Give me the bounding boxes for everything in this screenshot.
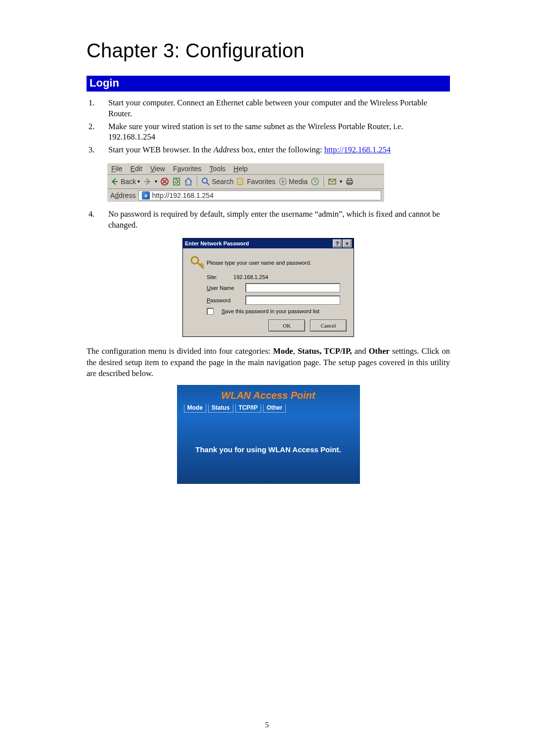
svg-point-2 bbox=[202, 178, 207, 183]
home-icon[interactable] bbox=[184, 177, 193, 186]
login-steps-cont: 4. No password is required by default, s… bbox=[89, 209, 450, 231]
tab-mode[interactable]: Mode bbox=[184, 404, 206, 413]
menu-file[interactable]: File bbox=[111, 165, 123, 173]
menu-favorites[interactable]: Favorites bbox=[173, 165, 202, 173]
tab-other[interactable]: Other bbox=[263, 404, 286, 413]
wlan-title: WLAN Access Point bbox=[180, 390, 357, 401]
password-label: Password bbox=[207, 297, 240, 303]
ie-button-bar: Back ▾ ▾ Search Favorites Media bbox=[107, 175, 384, 189]
para-sep1: , bbox=[293, 346, 298, 356]
address-label: Address bbox=[110, 191, 135, 199]
menu-file-rest: ile bbox=[116, 165, 123, 173]
step-3: 3. Start your WEB browser. In the Addres… bbox=[89, 144, 450, 155]
key-icon bbox=[190, 254, 207, 271]
back-button[interactable]: Back ▾ bbox=[110, 177, 140, 186]
dropdown-tick-icon: ▾ bbox=[340, 179, 342, 184]
chapter-title: Chapter 3: Configuration bbox=[87, 40, 450, 62]
wlan-thankyou: Thank you for using WLAN Access Point. bbox=[180, 445, 357, 454]
separator bbox=[197, 177, 197, 187]
step-num: 3. bbox=[89, 144, 108, 155]
step3-part-b: box, enter the following: bbox=[239, 145, 324, 154]
login-steps: 1. Start your computer. Connect an Ether… bbox=[89, 97, 450, 155]
mail-icon[interactable] bbox=[328, 177, 337, 186]
para-b1: Mode bbox=[273, 346, 293, 356]
para-b2: Status, TCP/IP, bbox=[298, 346, 352, 356]
page: Chapter 3: Configuration Login 1. Start … bbox=[0, 0, 534, 756]
search-icon bbox=[201, 177, 210, 186]
menu-tools[interactable]: Tools bbox=[209, 165, 225, 173]
password-input[interactable] bbox=[245, 295, 340, 305]
config-categories-paragraph: The configuration menu is divided into f… bbox=[87, 346, 450, 379]
step-text: Start your computer. Connect an Ethernet… bbox=[108, 97, 450, 119]
username-label: User Name bbox=[207, 285, 240, 291]
step3-link[interactable]: http://192.168.1.254 bbox=[324, 145, 391, 154]
favorites-icon bbox=[236, 177, 245, 186]
para-a: The configuration menu is divided into f… bbox=[87, 346, 273, 356]
refresh-icon[interactable] bbox=[172, 177, 181, 186]
ie-page-icon: e bbox=[142, 191, 150, 199]
step-num: 4. bbox=[89, 209, 108, 220]
wlan-tabs: Mode Status TCP/IP Other bbox=[184, 404, 353, 413]
search-button[interactable]: Search bbox=[201, 177, 233, 186]
ie-toolbar-figure: File Edit View Favorites Tools Help Back… bbox=[107, 163, 384, 202]
back-label: Back bbox=[121, 178, 136, 186]
page-number: 5 bbox=[0, 721, 534, 729]
step-1: 1. Start your computer. Connect an Ether… bbox=[89, 97, 450, 119]
dialog-prompt: Please type your user name and password. bbox=[207, 260, 347, 266]
menu-view[interactable]: View bbox=[150, 165, 165, 173]
step-num: 1. bbox=[89, 97, 108, 108]
ie-address-bar: Address e http://192.168.1.254 bbox=[107, 189, 384, 202]
site-value: 192.168.1.254 bbox=[233, 274, 268, 280]
dialog-body: Please type your user name and password.… bbox=[183, 248, 354, 336]
step-2: 2. Make sure your wired station is set t… bbox=[89, 121, 450, 143]
step3-italic: Address bbox=[214, 145, 240, 154]
step-text: Make sure your wired station is set to t… bbox=[108, 121, 450, 143]
section-heading-login: Login bbox=[87, 76, 450, 92]
step3-part-a: Start your WEB browser. In the bbox=[108, 145, 214, 154]
save-password-label: Save this password in your password list bbox=[222, 308, 319, 314]
favorites-label: Favorites bbox=[247, 178, 275, 186]
tab-tcpip[interactable]: TCP/IP bbox=[235, 404, 262, 413]
step-text: Start your WEB browser. In the Address b… bbox=[108, 144, 450, 155]
dialog-titlebar: Enter Network Password ? × bbox=[183, 238, 354, 248]
separator bbox=[323, 177, 324, 187]
media-label: Media bbox=[289, 178, 308, 186]
step-num: 2. bbox=[89, 121, 108, 132]
save-password-checkbox[interactable] bbox=[207, 308, 214, 315]
tab-status[interactable]: Status bbox=[208, 404, 233, 413]
ok-button[interactable]: OK bbox=[268, 320, 305, 331]
stop-icon[interactable] bbox=[160, 177, 169, 186]
username-input[interactable] bbox=[245, 283, 340, 292]
menu-edit[interactable]: Edit bbox=[131, 165, 142, 173]
address-value: http://192.168.1.254 bbox=[152, 191, 214, 199]
site-label: Site: bbox=[207, 274, 218, 280]
favorites-button[interactable]: Favorites bbox=[236, 177, 275, 186]
para-sep2: and bbox=[352, 346, 369, 356]
cancel-button[interactable]: Cancel bbox=[310, 320, 347, 331]
svg-rect-8 bbox=[348, 179, 352, 181]
back-arrow-icon bbox=[110, 177, 119, 186]
close-button[interactable]: × bbox=[343, 239, 352, 247]
search-label: Search bbox=[212, 178, 233, 186]
history-icon[interactable] bbox=[311, 177, 319, 186]
media-button[interactable]: Media bbox=[278, 177, 308, 186]
menu-help[interactable]: Help bbox=[233, 165, 248, 173]
print-icon[interactable] bbox=[345, 177, 354, 186]
dropdown-tick-icon: ▾ bbox=[137, 179, 140, 184]
network-password-dialog: Enter Network Password ? × Please type y… bbox=[182, 238, 354, 337]
dropdown-tick-icon: ▾ bbox=[155, 179, 157, 184]
step-4: 4. No password is required by default, s… bbox=[89, 209, 450, 231]
media-icon bbox=[278, 177, 287, 186]
wlan-panel: WLAN Access Point Mode Status TCP/IP Oth… bbox=[177, 385, 360, 484]
step-text: No password is required by default, simp… bbox=[108, 209, 450, 231]
dialog-title: Enter Network Password bbox=[185, 240, 249, 246]
address-input[interactable]: e http://192.168.1.254 bbox=[138, 190, 381, 200]
forward-arrow-icon[interactable] bbox=[143, 177, 152, 186]
ie-menubar: File Edit View Favorites Tools Help bbox=[107, 163, 384, 175]
para-b3: Other bbox=[369, 346, 390, 356]
help-button[interactable]: ? bbox=[333, 239, 342, 247]
